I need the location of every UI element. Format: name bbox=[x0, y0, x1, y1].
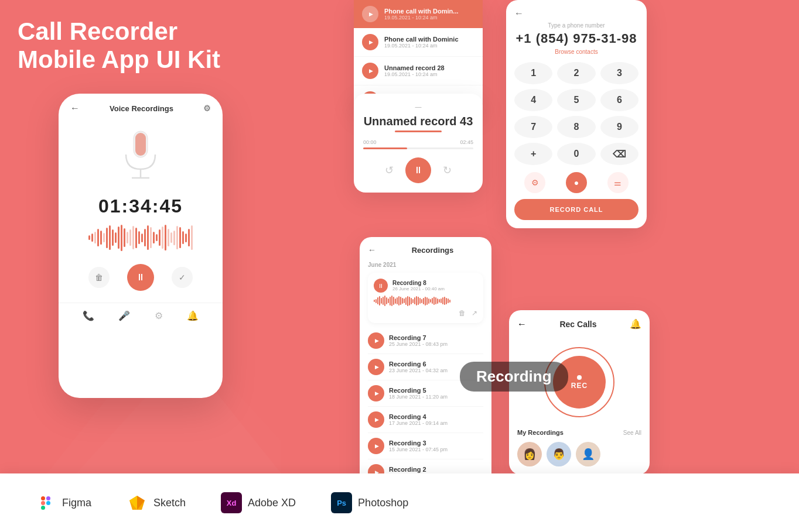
item-date: 15 June 2021 - 07:45 pm bbox=[389, 447, 448, 452]
audio-waveform bbox=[59, 223, 223, 252]
mini-waveform bbox=[374, 295, 477, 307]
equalizer-btn[interactable]: ⚌ bbox=[607, 172, 629, 193]
featured-recording-item[interactable]: Phone call with Domin... 19.05.2021 - 10… bbox=[354, 0, 483, 28]
share-recording-icon[interactable]: ↗ bbox=[472, 309, 477, 317]
list-item[interactable]: Recording 4 17 June 2021 - 09:14 am bbox=[368, 407, 483, 433]
svg-rect-10 bbox=[41, 506, 45, 510]
dial-key-8[interactable]: 8 bbox=[557, 116, 595, 138]
dial-key-7[interactable]: 7 bbox=[514, 116, 552, 138]
recordings-back-arrow[interactable]: ← bbox=[368, 245, 376, 255]
item-date: 19.05.2021 - 10:24 am bbox=[384, 43, 459, 49]
dial-key-6[interactable]: 6 bbox=[600, 89, 638, 111]
play-btn[interactable] bbox=[368, 438, 384, 454]
player-pause-btn[interactable]: ⏸ bbox=[405, 157, 431, 183]
dialer-number: +1 (854) 975-31-98 bbox=[514, 31, 638, 46]
bottom-toolbar: Figma Sketch Xd Adobe XD Ps Photoshop bbox=[0, 473, 799, 532]
phone-back-arrow[interactable]: ← bbox=[70, 103, 80, 114]
section-label: June 2021 bbox=[368, 262, 483, 268]
my-recordings-row: My Recordings See All bbox=[517, 429, 641, 436]
see-all-link[interactable]: See All bbox=[623, 430, 641, 436]
dial-key-2[interactable]: 2 bbox=[557, 62, 595, 84]
rec-calls-bell-icon[interactable]: 🔔 bbox=[630, 318, 641, 330]
confirm-button[interactable]: ✓ bbox=[172, 267, 193, 288]
play-btn[interactable] bbox=[362, 63, 378, 79]
dial-key-+[interactable]: + bbox=[514, 143, 552, 165]
dial-key-1[interactable]: 1 bbox=[514, 62, 552, 84]
item-title: Recording 7 bbox=[389, 334, 448, 341]
title-divider bbox=[395, 131, 442, 132]
nav-bell-icon[interactable]: 🔔 bbox=[187, 310, 199, 321]
panel-dialer: ← Type a phone number +1 (854) 975-31-98… bbox=[506, 0, 647, 228]
phone-header: ← Voice Recordings ⚙ bbox=[59, 94, 223, 119]
delete-recording-icon[interactable]: 🗑 bbox=[459, 309, 466, 317]
figma-label: Figma bbox=[62, 497, 91, 509]
featured-item-title: Phone call with Domin... bbox=[384, 8, 459, 15]
play-btn[interactable] bbox=[368, 332, 384, 349]
recording-item-row: ⏸ Recording 8 26 June 2021 - 00:40 am bbox=[374, 279, 477, 293]
settings-btn[interactable]: ⚙ bbox=[524, 172, 545, 193]
mic-icon bbox=[114, 125, 167, 190]
svg-rect-9 bbox=[46, 501, 50, 505]
dialer-back-arrow[interactable]: ← bbox=[514, 8, 638, 19]
phone-mockup-voice-recording: ← Voice Recordings ⚙ 01:34:45 🗑 ⏸ ✓ bbox=[59, 94, 223, 398]
item-date: 23 June 2021 - 04:32 am bbox=[389, 368, 448, 373]
photoshop-tool: Ps Photoshop bbox=[331, 492, 408, 513]
rec-calls-title: Rec Calls bbox=[559, 320, 596, 329]
play-featured-btn[interactable] bbox=[362, 6, 378, 22]
time-end: 02:45 bbox=[460, 139, 473, 145]
recordings-list: Recording 7 25 June 2021 - 08:43 pm Reco… bbox=[368, 328, 483, 486]
figma-icon bbox=[35, 492, 56, 513]
avatar-row: 👩 👨 👤 bbox=[517, 442, 641, 466]
list-item[interactable]: Unnamed record 28 19.05.2021 - 10:24 am bbox=[354, 57, 483, 85]
nav-calls-icon[interactable]: 📞 bbox=[83, 310, 94, 321]
dial-key-5[interactable]: 5 bbox=[557, 89, 595, 111]
item-date: 19.05.2021 - 10:24 am bbox=[384, 71, 445, 77]
rewind-icon[interactable]: ↺ bbox=[385, 164, 394, 177]
dial-key-9[interactable]: 9 bbox=[600, 116, 638, 138]
nav-mic-icon[interactable]: 🎤 bbox=[118, 310, 130, 321]
rec-pause-btn[interactable]: ⏸ bbox=[374, 279, 388, 293]
hero-title: Call Recorder Mobile App UI Kit bbox=[18, 18, 264, 74]
photoshop-icon: Ps bbox=[331, 492, 352, 513]
list-item[interactable]: Phone call with Dominic 19.05.2021 - 10:… bbox=[354, 28, 483, 57]
record-title: Unnamed record 43 bbox=[363, 115, 473, 128]
dialpad: 123456789+0⌫ bbox=[514, 62, 638, 165]
time-start: 00:00 bbox=[363, 139, 377, 145]
play-btn[interactable] bbox=[368, 411, 384, 428]
call-btn[interactable]: ● bbox=[566, 172, 587, 193]
svg-rect-7 bbox=[46, 496, 50, 500]
panel-record-player: — Unnamed record 43 00:00 02:45 ↺ ⏸ ↻ bbox=[354, 94, 483, 193]
delete-button[interactable]: 🗑 bbox=[88, 267, 110, 288]
panel-rec-calls: ← Rec Calls 🔔 REC My Recordings See All … bbox=[509, 310, 650, 475]
bottom-navigation: 📞 🎤 ⚙ 🔔 bbox=[59, 303, 223, 328]
list-item[interactable]: Recording 3 15 June 2021 - 07:45 pm bbox=[368, 433, 483, 459]
avatar-3: 👤 bbox=[576, 442, 600, 466]
progress-bar[interactable] bbox=[363, 147, 473, 149]
dial-key-0[interactable]: 0 bbox=[557, 143, 595, 165]
play-btn[interactable] bbox=[362, 34, 378, 50]
recordings-title: Recordings bbox=[382, 246, 483, 255]
forward-icon[interactable]: ↻ bbox=[443, 164, 452, 177]
nav-settings-icon[interactable]: ⚙ bbox=[155, 310, 163, 321]
list-item[interactable]: Recording 7 25 June 2021 - 08:43 pm bbox=[368, 328, 483, 354]
player-controls: ↺ ⏸ ↻ bbox=[363, 157, 473, 183]
pause-button[interactable]: ⏸ bbox=[127, 264, 154, 291]
play-btn[interactable] bbox=[368, 359, 384, 375]
item-title: Recording 2 bbox=[389, 466, 448, 473]
dial-key-3[interactable]: 3 bbox=[600, 62, 638, 84]
recording-actions: 🗑 ↗ bbox=[374, 309, 477, 317]
record-call-button[interactable]: RECORD CALL bbox=[514, 199, 638, 220]
item-date: 18 June 2021 - 11:20 am bbox=[389, 394, 448, 400]
rec-calls-back-arrow[interactable]: ← bbox=[517, 319, 527, 330]
dial-key-4[interactable]: 4 bbox=[514, 89, 552, 111]
recording-date: 26 June 2021 - 00:40 am bbox=[392, 286, 445, 291]
phone-settings-icon[interactable]: ⚙ bbox=[203, 104, 211, 113]
dial-key-⌫[interactable]: ⌫ bbox=[600, 143, 638, 165]
item-title: Recording 4 bbox=[389, 413, 448, 420]
play-btn[interactable] bbox=[368, 385, 384, 401]
browse-contacts-link[interactable]: Browse contacts bbox=[514, 49, 638, 55]
right-panels: Phone call with Domin... 19.05.2021 - 10… bbox=[354, 0, 799, 500]
photoshop-label: Photoshop bbox=[358, 497, 408, 509]
progress-bar-fill bbox=[363, 147, 407, 149]
rec-label: REC bbox=[571, 382, 588, 390]
